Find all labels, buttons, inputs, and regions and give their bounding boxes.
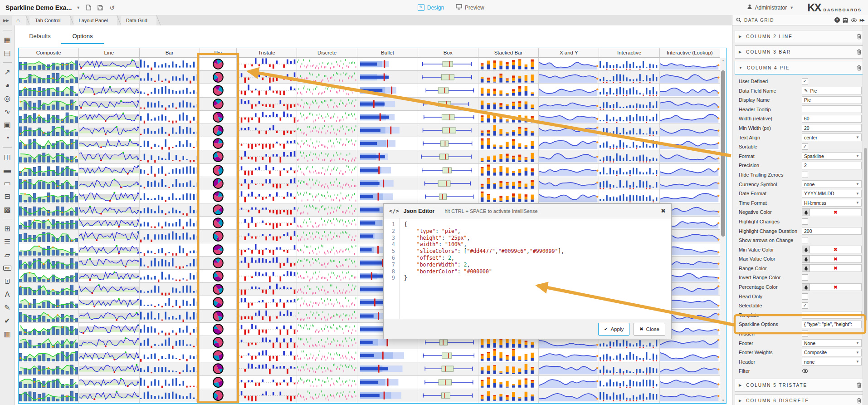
grid-cell-bar[interactable] — [140, 349, 200, 362]
delete-column-icon[interactable] — [857, 34, 862, 40]
grid-cell-composite[interactable] — [19, 137, 79, 150]
text-label-component-icon[interactable]: A — [0, 288, 15, 301]
grid-cell-discrete[interactable] — [297, 84, 357, 97]
panel-component-icon[interactable]: ▬ — [0, 163, 15, 177]
sortable-checkbox[interactable]: ✓ — [802, 143, 808, 150]
grid-cell-pie[interactable] — [200, 203, 237, 217]
check-component-icon[interactable]: ✔ — [0, 314, 15, 327]
tab-panel-component-icon[interactable]: ▭ — [0, 177, 15, 190]
delete-column-icon[interactable] — [857, 49, 862, 55]
grid-cell-composite[interactable] — [19, 111, 79, 124]
grid-cell-x-and-y[interactable] — [539, 376, 599, 389]
dropdown-component-icon[interactable]: ⊞ — [0, 222, 15, 235]
grid-cell-pie[interactable] — [200, 98, 237, 111]
grid-cell-composite[interactable] — [19, 296, 79, 309]
grid-cell-composite[interactable] — [19, 323, 79, 336]
grid-cell-line[interactable] — [79, 98, 139, 111]
grid-cell-box[interactable] — [418, 164, 478, 177]
grid-cell-pie[interactable] — [200, 71, 237, 84]
pie-chart-component-icon[interactable]: ◕ — [0, 79, 15, 92]
grid-cell-line[interactable] — [79, 71, 139, 84]
breadcrumb-item-layout-panel[interactable]: Layout Panel — [73, 15, 117, 25]
apply-button[interactable]: ✔ Apply — [598, 323, 629, 336]
section-column-2-line[interactable]: ▶COLUMN 2 LINE — [735, 30, 866, 43]
grid-cell-composite[interactable] — [19, 257, 79, 270]
grid-cell-bullet[interactable] — [357, 362, 418, 375]
grid-cell-box[interactable] — [418, 190, 478, 203]
grid-cell-line[interactable] — [79, 336, 139, 349]
user-defined-checkbox[interactable]: ✓ — [802, 78, 808, 84]
column-header-pie[interactable]: Pie — [200, 48, 237, 58]
grid-cell-bullet[interactable] — [357, 190, 418, 203]
footer-weights-select[interactable]: Composite▼ — [802, 349, 862, 356]
grid-cell-bullet[interactable] — [357, 137, 418, 150]
breadcrumb-item-data-grid[interactable]: Data Grid — [121, 15, 156, 25]
new-dashboard-icon[interactable] — [85, 4, 92, 11]
grid-cell-stacked-bar[interactable] — [478, 71, 539, 84]
grid-cell-discrete[interactable] — [297, 203, 357, 217]
grid-cell-bar[interactable] — [140, 71, 200, 84]
grid-cell-pie[interactable] — [200, 362, 237, 375]
grid-cell-pie[interactable] — [200, 336, 237, 349]
grid-cell-bar[interactable] — [140, 190, 200, 203]
grid-cell-bullet[interactable] — [357, 150, 418, 163]
grid-cell-discrete[interactable] — [297, 257, 357, 270]
grid-cell-bullet[interactable] — [357, 124, 418, 137]
grid-cell-composite[interactable] — [19, 164, 79, 177]
grid-cell-tristate[interactable] — [237, 296, 297, 309]
grid-cell-tristate[interactable] — [237, 230, 297, 243]
template-input[interactable] — [802, 311, 862, 319]
grid-cell-bullet[interactable] — [357, 111, 418, 124]
grid-cell-pie[interactable] — [200, 177, 237, 190]
grid-cell-stacked-bar[interactable] — [478, 190, 539, 203]
grid-cell-box[interactable] — [418, 98, 478, 111]
range-color-droplet-icon[interactable] — [802, 264, 810, 272]
grid-cell-bar[interactable] — [140, 243, 200, 257]
grid-cell-x-and-y[interactable] — [539, 177, 599, 190]
column-header-stacked-bar[interactable]: Stacked Bar — [478, 48, 539, 58]
grid-cell-tristate[interactable] — [237, 217, 297, 230]
grid-cell-line[interactable] — [79, 257, 139, 270]
grid-cell-pie[interactable] — [200, 270, 237, 283]
grid-cell-discrete[interactable] — [297, 230, 357, 243]
grid-cell-box[interactable] — [418, 71, 478, 84]
grid-cell-line[interactable] — [79, 296, 139, 309]
grid-cell-tristate[interactable] — [237, 257, 297, 270]
grid-cell-stacked-bar[interactable] — [478, 124, 539, 137]
grid-cell-box[interactable] — [418, 177, 478, 190]
grid-cell-composite[interactable] — [19, 389, 79, 402]
percentage-color-clear[interactable]: ✖ — [810, 283, 862, 291]
grid-cell-box[interactable] — [418, 150, 478, 163]
design-mode-button[interactable]: ✎ Design — [418, 4, 444, 11]
hide-trailing-zeroes-checkbox[interactable] — [802, 172, 808, 178]
grid-cell-composite[interactable] — [19, 217, 79, 230]
save-icon[interactable] — [97, 4, 104, 11]
dashboard-title-caret-icon[interactable]: ▼ — [76, 5, 80, 10]
grid-cell-pie[interactable] — [200, 243, 237, 257]
grid-cell-interactive-lookup[interactable] — [660, 84, 720, 97]
panel-scrollbar[interactable] — [863, 25, 868, 405]
grid-cell-discrete[interactable] — [297, 150, 357, 163]
split-layout-component-icon[interactable]: ◫ — [0, 150, 15, 163]
grid-cell-composite[interactable] — [19, 124, 79, 137]
grid-cell-composite[interactable] — [19, 84, 79, 97]
grid-cell-x-and-y[interactable] — [539, 150, 599, 163]
delete-column-icon[interactable] — [857, 398, 862, 404]
min-value-color-clear[interactable]: ✖ — [810, 246, 862, 253]
grid-cell-interactive[interactable] — [599, 402, 659, 403]
grid-cell-interactive[interactable] — [599, 362, 659, 375]
grid-cell-stacked-bar[interactable] — [478, 402, 539, 403]
grid-cell-bar[interactable] — [140, 98, 200, 111]
grid-cell-bar[interactable] — [140, 296, 200, 309]
grid-cell-box[interactable] — [418, 124, 478, 137]
grid-cell-interactive-lookup[interactable] — [660, 111, 720, 124]
grid-cell-composite[interactable] — [19, 150, 79, 163]
negative-color-droplet-icon[interactable] — [802, 208, 810, 216]
grid-cell-composite[interactable] — [19, 402, 79, 403]
grid-cell-composite[interactable] — [19, 349, 79, 362]
grid-cell-pie[interactable] — [200, 389, 237, 402]
grid-cell-composite[interactable] — [19, 283, 79, 296]
grid-cell-bar[interactable] — [140, 84, 200, 97]
column-header-composite[interactable]: Composite — [19, 48, 79, 58]
grid-cell-tristate[interactable] — [237, 389, 297, 402]
